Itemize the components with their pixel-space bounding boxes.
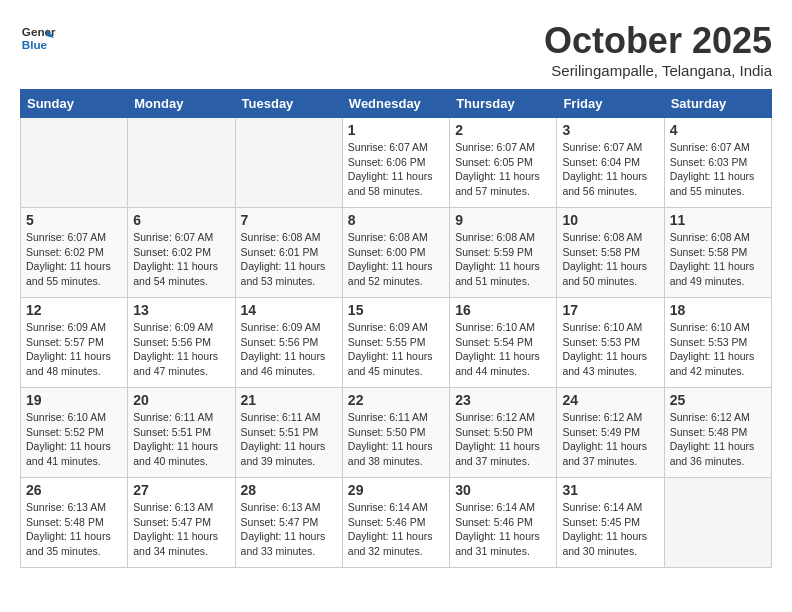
days-header-row: SundayMondayTuesdayWednesdayThursdayFrid… — [21, 90, 772, 118]
day-info: Sunrise: 6:14 AM Sunset: 5:45 PM Dayligh… — [562, 500, 658, 559]
calendar-day-cell: 20Sunrise: 6:11 AM Sunset: 5:51 PM Dayli… — [128, 388, 235, 478]
day-of-week-header: Sunday — [21, 90, 128, 118]
calendar-day-cell — [664, 478, 771, 568]
day-number: 10 — [562, 212, 658, 228]
calendar-day-cell: 23Sunrise: 6:12 AM Sunset: 5:50 PM Dayli… — [450, 388, 557, 478]
day-info: Sunrise: 6:12 AM Sunset: 5:49 PM Dayligh… — [562, 410, 658, 469]
calendar-day-cell: 14Sunrise: 6:09 AM Sunset: 5:56 PM Dayli… — [235, 298, 342, 388]
day-info: Sunrise: 6:08 AM Sunset: 5:59 PM Dayligh… — [455, 230, 551, 289]
day-info: Sunrise: 6:10 AM Sunset: 5:53 PM Dayligh… — [562, 320, 658, 379]
day-number: 15 — [348, 302, 444, 318]
calendar-week-row: 5Sunrise: 6:07 AM Sunset: 6:02 PM Daylig… — [21, 208, 772, 298]
location-subtitle: Serilingampalle, Telangana, India — [544, 62, 772, 79]
day-of-week-header: Wednesday — [342, 90, 449, 118]
day-number: 16 — [455, 302, 551, 318]
day-info: Sunrise: 6:08 AM Sunset: 6:00 PM Dayligh… — [348, 230, 444, 289]
calendar-table: SundayMondayTuesdayWednesdayThursdayFrid… — [20, 89, 772, 568]
day-number: 7 — [241, 212, 337, 228]
calendar-week-row: 26Sunrise: 6:13 AM Sunset: 5:48 PM Dayli… — [21, 478, 772, 568]
calendar-day-cell: 4Sunrise: 6:07 AM Sunset: 6:03 PM Daylig… — [664, 118, 771, 208]
calendar-day-cell: 21Sunrise: 6:11 AM Sunset: 5:51 PM Dayli… — [235, 388, 342, 478]
day-info: Sunrise: 6:14 AM Sunset: 5:46 PM Dayligh… — [455, 500, 551, 559]
day-number: 30 — [455, 482, 551, 498]
page-header: General Blue October 2025 Serilingampall… — [20, 20, 772, 79]
day-info: Sunrise: 6:07 AM Sunset: 6:02 PM Dayligh… — [133, 230, 229, 289]
calendar-day-cell: 8Sunrise: 6:08 AM Sunset: 6:00 PM Daylig… — [342, 208, 449, 298]
day-number: 3 — [562, 122, 658, 138]
day-number: 29 — [348, 482, 444, 498]
day-number: 27 — [133, 482, 229, 498]
calendar-day-cell: 18Sunrise: 6:10 AM Sunset: 5:53 PM Dayli… — [664, 298, 771, 388]
day-info: Sunrise: 6:10 AM Sunset: 5:53 PM Dayligh… — [670, 320, 766, 379]
day-info: Sunrise: 6:12 AM Sunset: 5:50 PM Dayligh… — [455, 410, 551, 469]
day-number: 13 — [133, 302, 229, 318]
day-info: Sunrise: 6:09 AM Sunset: 5:57 PM Dayligh… — [26, 320, 122, 379]
day-of-week-header: Tuesday — [235, 90, 342, 118]
day-number: 4 — [670, 122, 766, 138]
day-number: 18 — [670, 302, 766, 318]
day-number: 5 — [26, 212, 122, 228]
day-info: Sunrise: 6:07 AM Sunset: 6:02 PM Dayligh… — [26, 230, 122, 289]
day-info: Sunrise: 6:08 AM Sunset: 6:01 PM Dayligh… — [241, 230, 337, 289]
day-info: Sunrise: 6:11 AM Sunset: 5:51 PM Dayligh… — [241, 410, 337, 469]
day-of-week-header: Saturday — [664, 90, 771, 118]
calendar-day-cell: 19Sunrise: 6:10 AM Sunset: 5:52 PM Dayli… — [21, 388, 128, 478]
day-info: Sunrise: 6:07 AM Sunset: 6:05 PM Dayligh… — [455, 140, 551, 199]
title-block: October 2025 Serilingampalle, Telangana,… — [544, 20, 772, 79]
day-number: 25 — [670, 392, 766, 408]
day-info: Sunrise: 6:09 AM Sunset: 5:56 PM Dayligh… — [133, 320, 229, 379]
calendar-day-cell — [235, 118, 342, 208]
day-info: Sunrise: 6:12 AM Sunset: 5:48 PM Dayligh… — [670, 410, 766, 469]
day-info: Sunrise: 6:14 AM Sunset: 5:46 PM Dayligh… — [348, 500, 444, 559]
day-info: Sunrise: 6:13 AM Sunset: 5:48 PM Dayligh… — [26, 500, 122, 559]
day-info: Sunrise: 6:09 AM Sunset: 5:55 PM Dayligh… — [348, 320, 444, 379]
day-info: Sunrise: 6:13 AM Sunset: 5:47 PM Dayligh… — [241, 500, 337, 559]
calendar-day-cell: 2Sunrise: 6:07 AM Sunset: 6:05 PM Daylig… — [450, 118, 557, 208]
day-number: 17 — [562, 302, 658, 318]
day-number: 20 — [133, 392, 229, 408]
calendar-day-cell: 27Sunrise: 6:13 AM Sunset: 5:47 PM Dayli… — [128, 478, 235, 568]
calendar-day-cell: 29Sunrise: 6:14 AM Sunset: 5:46 PM Dayli… — [342, 478, 449, 568]
day-info: Sunrise: 6:07 AM Sunset: 6:03 PM Dayligh… — [670, 140, 766, 199]
day-of-week-header: Thursday — [450, 90, 557, 118]
calendar-day-cell: 26Sunrise: 6:13 AM Sunset: 5:48 PM Dayli… — [21, 478, 128, 568]
day-info: Sunrise: 6:11 AM Sunset: 5:51 PM Dayligh… — [133, 410, 229, 469]
day-number: 22 — [348, 392, 444, 408]
calendar-day-cell — [21, 118, 128, 208]
calendar-week-row: 1Sunrise: 6:07 AM Sunset: 6:06 PM Daylig… — [21, 118, 772, 208]
calendar-day-cell: 28Sunrise: 6:13 AM Sunset: 5:47 PM Dayli… — [235, 478, 342, 568]
month-title: October 2025 — [544, 20, 772, 62]
calendar-week-row: 12Sunrise: 6:09 AM Sunset: 5:57 PM Dayli… — [21, 298, 772, 388]
day-number: 9 — [455, 212, 551, 228]
calendar-day-cell: 17Sunrise: 6:10 AM Sunset: 5:53 PM Dayli… — [557, 298, 664, 388]
day-info: Sunrise: 6:10 AM Sunset: 5:54 PM Dayligh… — [455, 320, 551, 379]
day-number: 23 — [455, 392, 551, 408]
logo-icon: General Blue — [20, 20, 56, 56]
day-info: Sunrise: 6:09 AM Sunset: 5:56 PM Dayligh… — [241, 320, 337, 379]
logo: General Blue — [20, 20, 56, 56]
day-info: Sunrise: 6:07 AM Sunset: 6:04 PM Dayligh… — [562, 140, 658, 199]
day-number: 28 — [241, 482, 337, 498]
day-number: 6 — [133, 212, 229, 228]
calendar-day-cell: 16Sunrise: 6:10 AM Sunset: 5:54 PM Dayli… — [450, 298, 557, 388]
calendar-day-cell: 9Sunrise: 6:08 AM Sunset: 5:59 PM Daylig… — [450, 208, 557, 298]
calendar-day-cell: 10Sunrise: 6:08 AM Sunset: 5:58 PM Dayli… — [557, 208, 664, 298]
day-info: Sunrise: 6:08 AM Sunset: 5:58 PM Dayligh… — [562, 230, 658, 289]
day-info: Sunrise: 6:10 AM Sunset: 5:52 PM Dayligh… — [26, 410, 122, 469]
calendar-day-cell: 12Sunrise: 6:09 AM Sunset: 5:57 PM Dayli… — [21, 298, 128, 388]
day-of-week-header: Monday — [128, 90, 235, 118]
calendar-day-cell: 11Sunrise: 6:08 AM Sunset: 5:58 PM Dayli… — [664, 208, 771, 298]
day-number: 21 — [241, 392, 337, 408]
day-number: 2 — [455, 122, 551, 138]
day-info: Sunrise: 6:07 AM Sunset: 6:06 PM Dayligh… — [348, 140, 444, 199]
calendar-day-cell: 25Sunrise: 6:12 AM Sunset: 5:48 PM Dayli… — [664, 388, 771, 478]
day-number: 31 — [562, 482, 658, 498]
day-number: 19 — [26, 392, 122, 408]
day-of-week-header: Friday — [557, 90, 664, 118]
day-number: 8 — [348, 212, 444, 228]
calendar-day-cell: 13Sunrise: 6:09 AM Sunset: 5:56 PM Dayli… — [128, 298, 235, 388]
calendar-day-cell: 31Sunrise: 6:14 AM Sunset: 5:45 PM Dayli… — [557, 478, 664, 568]
day-number: 12 — [26, 302, 122, 318]
calendar-day-cell: 1Sunrise: 6:07 AM Sunset: 6:06 PM Daylig… — [342, 118, 449, 208]
calendar-day-cell: 7Sunrise: 6:08 AM Sunset: 6:01 PM Daylig… — [235, 208, 342, 298]
